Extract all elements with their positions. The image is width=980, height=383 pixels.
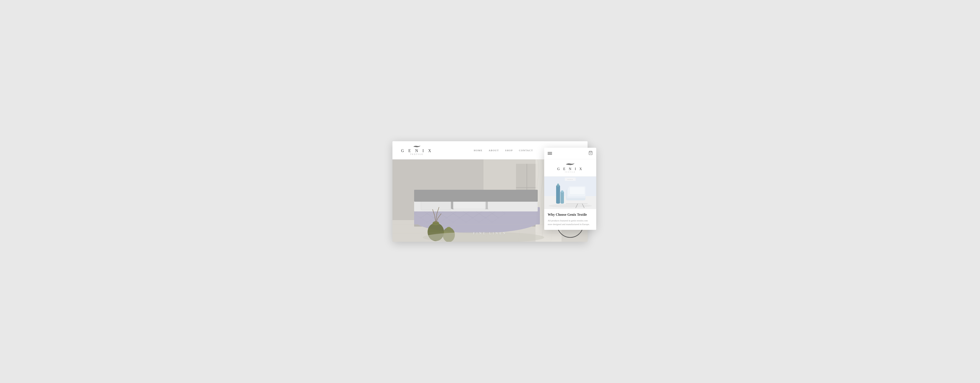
nav-about[interactable]: ABOUT: [489, 149, 499, 152]
mobile-header: [544, 148, 596, 159]
svg-rect-22: [414, 190, 538, 202]
hamburger-menu[interactable]: [548, 152, 552, 155]
nav-shop[interactable]: SHOP: [505, 149, 513, 152]
feather-icon: [413, 145, 421, 148]
page-wrapper: G E N I X TEXTILE HOME ABOUT SHOP CONTAC…: [393, 141, 587, 242]
nav-contact[interactable]: CONTACT: [519, 149, 533, 152]
svg-rect-52: [569, 186, 585, 195]
mobile-logo-brand: G E N I X: [557, 167, 583, 171]
svg-point-43: [549, 204, 592, 207]
svg-rect-47: [560, 191, 564, 204]
product-svg: GENIX: [544, 177, 596, 209]
svg-text:GENIX: GENIX: [567, 179, 573, 180]
hero-tagline: FINE LINEN: [473, 232, 507, 235]
desktop-logo-brand: G E N I X: [401, 149, 433, 153]
mobile-content-description: All products featured in genix-textile.c…: [548, 219, 593, 226]
desktop-logo[interactable]: G E N I X TEXTILE: [401, 145, 433, 155]
mobile-logo-subtitle: TEXTILE: [565, 171, 576, 173]
svg-rect-46: [557, 184, 559, 185]
hamburger-line-3: [548, 154, 552, 155]
mobile-product-image: GENIX: [544, 177, 596, 209]
mobile-window: G E N I X TEXTILE: [544, 148, 596, 230]
mobile-logo-section: G E N I X TEXTILE: [544, 159, 596, 177]
svg-rect-48: [561, 190, 563, 193]
desktop-nav: HOME ABOUT SHOP CONTACT: [474, 149, 533, 152]
svg-rect-44: [556, 185, 560, 204]
mobile-logo[interactable]: G E N I X TEXTILE: [548, 163, 593, 173]
mobile-content-title: Why Choose Genix Textile: [548, 212, 593, 217]
cart-icon-mobile[interactable]: [589, 151, 593, 156]
hamburger-line-1: [548, 152, 552, 152]
svg-point-26: [447, 227, 451, 230]
mobile-feather-icon: [565, 163, 576, 166]
desktop-logo-subtitle: TEXTILE: [410, 154, 424, 155]
hamburger-line-2: [548, 153, 552, 154]
nav-home[interactable]: HOME: [474, 149, 482, 152]
mobile-content: Why Choose Genix Textile All products fe…: [544, 209, 596, 230]
